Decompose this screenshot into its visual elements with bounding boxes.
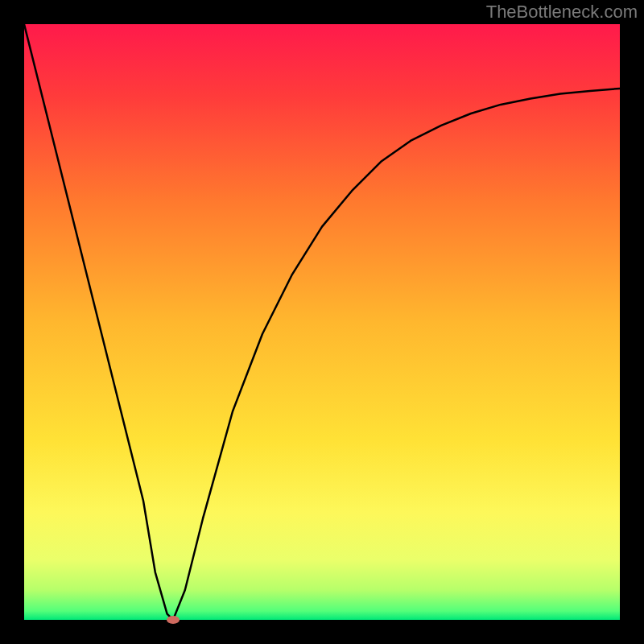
chart-container: TheBottleneck.com [0, 0, 644, 644]
plot-area [24, 24, 620, 620]
minimum-marker-icon [167, 616, 180, 624]
watermark-text: TheBottleneck.com [486, 2, 638, 23]
bottleneck-curve [24, 24, 620, 620]
